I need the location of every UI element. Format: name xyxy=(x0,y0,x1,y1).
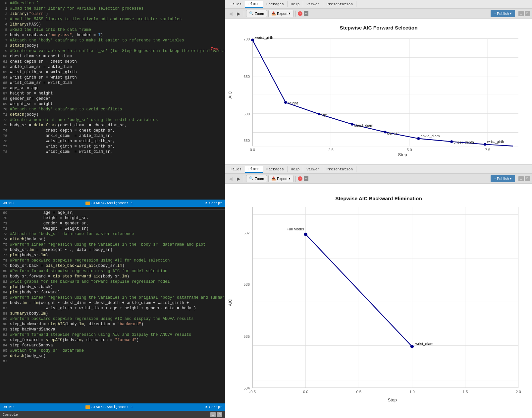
code-line: 72 weight = weight_sr) xyxy=(0,226,225,231)
line-number: 63 xyxy=(0,70,10,75)
console-expand[interactable]: □ xyxy=(217,412,222,417)
code-line: 70#Detach the 'body' dataframe to avoid … xyxy=(0,107,225,112)
line-number: 5 xyxy=(0,27,10,32)
line-number: 78 xyxy=(0,149,10,154)
line-number: 70 xyxy=(0,215,10,221)
svg-text:534: 534 xyxy=(243,386,250,390)
export-button-bottom[interactable]: 📤 Export ▾ xyxy=(268,175,293,182)
line-content: age_sr = age xyxy=(10,86,225,91)
zoom-button-top[interactable]: 🔍 Zoom xyxy=(246,10,267,17)
line-number: 3 xyxy=(0,17,10,22)
line-content: #Perform linear regression using the var… xyxy=(10,242,225,247)
line-number: 65 xyxy=(0,80,10,86)
tab-plots[interactable]: Plots xyxy=(245,166,263,173)
close-icon-top[interactable]: ✕ xyxy=(298,11,302,16)
tab-presentation[interactable]: Presentation xyxy=(323,166,356,172)
code-line: 88summary(body.lm) xyxy=(0,311,225,316)
publish-icon-top: ↑ xyxy=(494,12,496,16)
code-line: 60chest_diam_sr = chest_diam xyxy=(0,54,225,59)
forward-arrow-bottom[interactable]: ▶ xyxy=(235,175,242,182)
export-icon-bottom: 📤 xyxy=(271,176,276,181)
label-chest-diam: chest_diam xyxy=(354,123,373,127)
label-waist-girth: waist_girth xyxy=(255,35,273,39)
tab-files[interactable]: Files xyxy=(227,166,245,172)
line-number: 8 xyxy=(0,43,10,48)
code-line: 7#Attach the 'body' dataframe to make it… xyxy=(0,38,225,43)
line-number: 77 xyxy=(0,253,10,258)
line-number: 84 xyxy=(0,290,10,295)
back-arrow-top[interactable]: ◀ xyxy=(227,10,234,17)
point-3 xyxy=(351,123,353,126)
y-label-top: AIC xyxy=(228,91,233,99)
tab-presentation[interactable]: Presentation xyxy=(323,1,356,7)
line-number: 93 xyxy=(0,337,10,343)
line-content: #Perform forward stepwise regression usi… xyxy=(10,332,225,337)
sep4 xyxy=(295,176,296,182)
label-full-model: Full Model xyxy=(287,227,304,231)
publish-button-bottom[interactable]: ↑ Publish ▾ xyxy=(491,175,515,182)
line-content: plot(body_sr.lm) xyxy=(10,253,225,258)
line-number: 89 xyxy=(0,316,10,322)
text-annotation: Text xyxy=(210,46,218,51)
point-5 xyxy=(417,137,420,140)
line-content: step_forward = stepAIC(body.lm, directio… xyxy=(10,337,225,343)
code-line: 61chest_depth_sr = chest_depth xyxy=(0,59,225,64)
line-content: wrist_girth_sr = wrist_girth xyxy=(10,75,225,80)
line-number: 62 xyxy=(0,64,10,70)
code-line: 62ankle_diam_sr = ankle_diam xyxy=(0,64,225,70)
line-content: wrist_girth + wrist_diam + age + height … xyxy=(10,306,225,311)
svg-text:1.5: 1.5 xyxy=(462,390,468,394)
tab-viewer[interactable]: Viewer xyxy=(303,166,323,172)
line-number: 75 xyxy=(0,242,10,247)
minimize-bottom[interactable]: _ xyxy=(518,176,524,181)
file-icon-top xyxy=(85,202,90,205)
tab-files[interactable]: Files xyxy=(227,1,245,7)
publish-button-top[interactable]: ↑ Publish ▾ xyxy=(491,10,515,17)
zoom-button-bottom[interactable]: 🔍 Zoom xyxy=(246,175,267,182)
tab-packages[interactable]: Packages xyxy=(263,166,288,172)
line-content: library("olsrr") xyxy=(10,11,225,17)
export-chevron-top: ▾ xyxy=(289,11,291,16)
tab-help[interactable]: Help xyxy=(288,166,303,172)
plot-area-bottom: Stepwise AIC Backward Elimination AIC St… xyxy=(225,184,532,418)
line-number: 76 xyxy=(0,139,10,144)
code-line: 67height_sr = height xyxy=(0,91,225,96)
publish-chevron-top: ▾ xyxy=(510,11,512,16)
pencil-icon-top[interactable]: ✏ xyxy=(304,11,308,16)
code-line: 6body = read.csv("body.csv", header = T) xyxy=(0,32,225,38)
line-content: step_forward$anova xyxy=(10,343,225,348)
line-content: chest_depth = chest_depth_sr, xyxy=(10,128,225,133)
line-content: chest_depth_sr = chest_depth xyxy=(10,59,225,64)
back-arrow-bottom[interactable]: ◀ xyxy=(227,175,234,182)
forward-arrow-top[interactable]: ▶ xyxy=(235,10,242,17)
line-content: ##Question 2 xyxy=(10,1,225,6)
minimize-top[interactable]: _ xyxy=(518,11,524,16)
tab-help[interactable]: Help xyxy=(288,1,303,7)
line-number: 67 xyxy=(0,91,10,96)
toolbar-top: ◀ ▶ 🔍 Zoom 📤 Export ▾ ✕ ✏ ↑ Publish ▾ _ xyxy=(225,9,532,19)
line-number: 1 xyxy=(0,6,10,11)
export-button-top[interactable]: 📤 Export ▾ xyxy=(268,10,293,17)
code-line: 87 wrist_girth + wrist_diam + age + heig… xyxy=(0,306,225,311)
svg-text:700: 700 xyxy=(243,37,250,41)
line-content: #Perform forward stepwise regression usi… xyxy=(10,269,225,274)
status-type-bottom: R Script xyxy=(205,405,222,409)
tab-plots[interactable]: Plots xyxy=(245,1,263,8)
code-line: 93step_forward = stepAIC(body.lm, direct… xyxy=(0,337,225,343)
tab-viewer[interactable]: Viewer xyxy=(303,1,323,7)
line-content: ankle_diam_sr = ankle_diam xyxy=(10,64,225,70)
expand-bottom[interactable]: □ xyxy=(525,176,530,181)
pencil-icon-bottom[interactable]: ✏ xyxy=(304,176,308,181)
point-4 xyxy=(384,131,386,133)
line-number: 88 xyxy=(0,311,10,316)
left-panel: 0##Question 21#Load the olsrr library fo… xyxy=(0,0,225,418)
code-line: 76body_sr.lm = lm(weight ~ ., data = bod… xyxy=(0,247,225,253)
expand-top[interactable]: □ xyxy=(525,11,530,16)
tab-packages[interactable]: Packages xyxy=(263,1,288,7)
export-icon-top: 📤 xyxy=(271,11,276,16)
svg-text:1.0: 1.0 xyxy=(409,390,415,394)
svg-text:536: 536 xyxy=(243,282,250,286)
line-content: ankle_diam = ankle_diam_sr, xyxy=(10,133,225,139)
console-minimize[interactable]: _ xyxy=(210,412,216,417)
close-icon-bottom[interactable]: ✕ xyxy=(298,176,302,181)
